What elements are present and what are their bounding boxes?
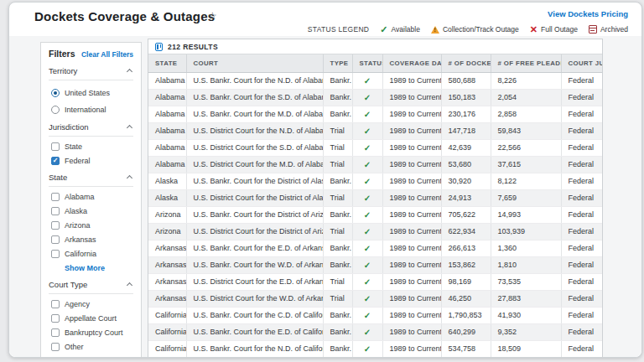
filter-section-header-court-type[interactable]: Court Type bbox=[49, 280, 133, 294]
cell-court: U.S. District Court for the E.D. of Arka… bbox=[186, 273, 323, 290]
column-header-of-free-pleadings[interactable]: # OF FREE PLEADINGS bbox=[491, 54, 561, 72]
table-row: AlabamaU.S. Bankr. Court for the N.D. of… bbox=[148, 72, 603, 89]
column-header-status[interactable]: STATUS bbox=[352, 54, 382, 72]
cell-state: Arkansas bbox=[148, 256, 186, 273]
filter-option-federal[interactable]: Federal bbox=[51, 157, 133, 165]
cell-jurisdiction: Federal bbox=[561, 173, 603, 189]
checkbox-arizona[interactable] bbox=[51, 221, 60, 230]
filter-option-alaska[interactable]: Alaska bbox=[51, 207, 133, 215]
checkbox-arkansas[interactable] bbox=[51, 235, 60, 244]
filter-option-united-states[interactable]: United States bbox=[51, 89, 133, 97]
filter-option-arkansas[interactable]: Arkansas bbox=[51, 235, 133, 244]
checkbox-state[interactable] bbox=[51, 142, 60, 151]
checkbox-other[interactable] bbox=[51, 343, 60, 351]
cell-free-pleadings-count: 8,122 bbox=[491, 173, 561, 189]
cell-type: Bankr. bbox=[323, 72, 352, 89]
cell-state: Alabama bbox=[148, 89, 186, 106]
radio-international[interactable] bbox=[51, 106, 60, 114]
radio-united-states[interactable] bbox=[51, 89, 60, 97]
cell-type: Trial bbox=[323, 139, 352, 156]
legend-item-label: Collection/Track Outage bbox=[443, 25, 519, 34]
favorite-star-icon[interactable]: ☆ bbox=[208, 10, 217, 22]
cell-type: Bankr. bbox=[323, 240, 352, 256]
filter-option-international[interactable]: International bbox=[51, 106, 133, 114]
cell-coverage-dates: 1989 to Current bbox=[382, 256, 441, 273]
cell-status: ✓ bbox=[352, 273, 382, 290]
cell-dockets-count: 640,299 bbox=[441, 323, 491, 340]
filter-section-header-state[interactable]: State bbox=[49, 173, 133, 187]
column-header-type[interactable]: TYPE bbox=[323, 54, 352, 72]
cell-free-pleadings-count: 1,810 bbox=[491, 256, 561, 273]
cell-coverage-dates: 1989 to Current bbox=[382, 89, 441, 106]
available-check-icon: ✓ bbox=[364, 277, 371, 287]
cell-jurisdiction: Federal bbox=[561, 290, 603, 307]
cell-jurisdiction: Federal bbox=[561, 72, 603, 89]
cell-dockets-count: 153,862 bbox=[441, 256, 491, 273]
filter-option-alabama[interactable]: Alabama bbox=[51, 193, 133, 201]
checkbox-california[interactable] bbox=[51, 250, 60, 258]
results-count: 212 RESULTS bbox=[168, 43, 218, 51]
checkbox-agency[interactable] bbox=[51, 300, 60, 308]
filter-option-label: International bbox=[65, 106, 106, 114]
filter-option-other[interactable]: Other bbox=[51, 343, 133, 351]
filter-option-label: Arkansas bbox=[65, 235, 96, 244]
cell-court: U.S. District Court for the N.D. of Alab… bbox=[186, 122, 323, 139]
cell-type: Bankr. bbox=[323, 173, 352, 189]
column-header-of-dockets[interactable]: # OF DOCKETS bbox=[441, 54, 491, 72]
cell-coverage-dates: 1989 to Current bbox=[382, 206, 441, 223]
table-row: ArkansasU.S. District Court for the E.D.… bbox=[148, 273, 603, 290]
cell-dockets-count: 42,639 bbox=[441, 139, 491, 156]
cell-dockets-count: 534,758 bbox=[441, 340, 491, 357]
cell-coverage-dates: 1989 to Current bbox=[382, 307, 441, 323]
checkbox-alabama[interactable] bbox=[51, 193, 60, 201]
filter-option-label: Arizona bbox=[65, 221, 91, 230]
table-header-row: STATECOURTTYPESTATUSCOVERAGE DATES# OF D… bbox=[148, 54, 603, 72]
checkbox-bankruptcy-court[interactable] bbox=[51, 328, 60, 337]
filter-section-header-jurisdiction[interactable]: Jurisdiction bbox=[49, 122, 133, 137]
cell-status: ✓ bbox=[352, 206, 382, 223]
cell-type: Trial bbox=[323, 189, 352, 206]
warning-triangle-icon bbox=[431, 26, 439, 34]
cell-jurisdiction: Federal bbox=[561, 156, 603, 173]
column-header-state[interactable]: STATE bbox=[148, 54, 186, 72]
cell-dockets-count: 30,920 bbox=[441, 173, 491, 189]
cell-status: ✓ bbox=[352, 290, 382, 307]
cell-type: Bankr. bbox=[323, 89, 352, 106]
cell-dockets-count: 150,183 bbox=[441, 89, 491, 106]
show-more-link[interactable]: Show More bbox=[65, 264, 133, 272]
legend-item-available: ✓Available bbox=[380, 25, 420, 34]
filter-option-bankruptcy-court[interactable]: Bankruptcy Court bbox=[51, 328, 133, 337]
cell-state: Arkansas bbox=[148, 240, 186, 256]
column-header-coverage-dates[interactable]: COVERAGE DATES bbox=[382, 54, 441, 72]
coverage-table: STATECOURTTYPESTATUSCOVERAGE DATES# OF D… bbox=[148, 54, 603, 357]
checkbox-appellate-court[interactable] bbox=[51, 314, 60, 323]
available-check-icon: ✓ bbox=[364, 244, 371, 253]
filter-option-state[interactable]: State bbox=[51, 142, 133, 151]
cell-dockets-count: 147,718 bbox=[441, 122, 491, 139]
filter-option-label: Federal bbox=[65, 157, 91, 165]
cell-free-pleadings-count: 1,360 bbox=[491, 240, 561, 256]
table-row: AlabamaU.S. Bankr. Court for the M.D. of… bbox=[148, 106, 603, 122]
column-header-court-jurisdiction[interactable]: COURT JURISDICTION bbox=[561, 54, 603, 72]
available-check-icon: ✓ bbox=[364, 160, 371, 169]
status-legend-label: STATUS LEGEND bbox=[308, 25, 370, 34]
filter-option-appellate-court[interactable]: Appellate Court bbox=[51, 314, 133, 323]
checkbox-federal[interactable] bbox=[51, 157, 60, 165]
cell-status: ✓ bbox=[352, 156, 382, 173]
cell-free-pleadings-count: 103,939 bbox=[491, 223, 561, 240]
checkbox-alaska[interactable] bbox=[51, 207, 60, 215]
clear-all-filters-link[interactable]: Clear All Filters bbox=[81, 50, 133, 59]
cell-court: U.S. District Court for the District of … bbox=[186, 189, 323, 206]
cell-status: ✓ bbox=[352, 223, 382, 240]
view-dockets-pricing-link[interactable]: View Dockets Pricing bbox=[548, 9, 628, 18]
cell-free-pleadings-count: 41,930 bbox=[491, 307, 561, 323]
filter-option-agency[interactable]: Agency bbox=[51, 300, 133, 308]
filter-option-california[interactable]: California bbox=[51, 250, 133, 258]
column-header-court[interactable]: COURT bbox=[186, 54, 323, 72]
cell-state: California bbox=[148, 307, 186, 323]
filter-option-arizona[interactable]: Arizona bbox=[51, 221, 133, 230]
cell-state: Arkansas bbox=[148, 273, 186, 290]
filter-section-header-territory[interactable]: Territory bbox=[49, 66, 133, 80]
cell-state: Arkansas bbox=[148, 290, 186, 307]
cell-jurisdiction: Federal bbox=[561, 106, 603, 122]
